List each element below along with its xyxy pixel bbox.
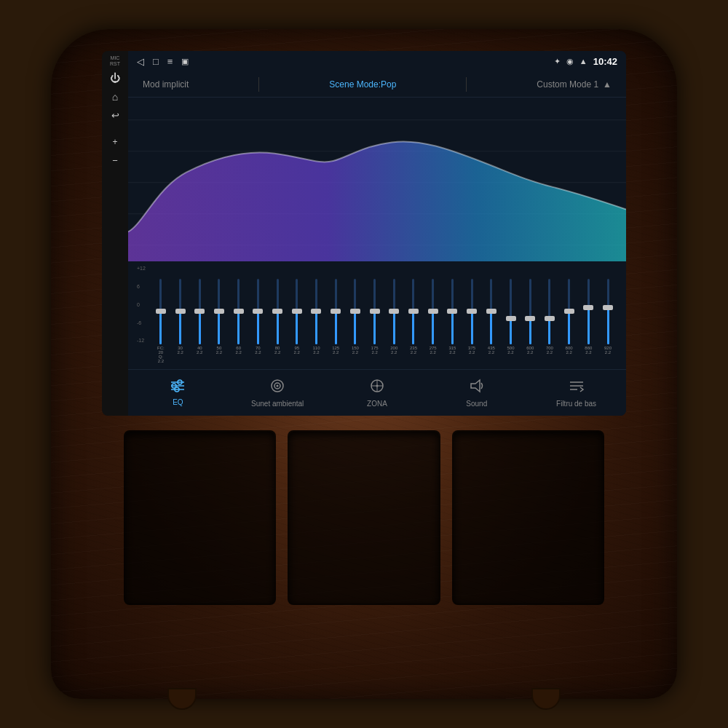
slider-track-275[interactable] xyxy=(432,279,434,344)
slider-col-235[interactable] xyxy=(404,279,423,344)
slider-track-800[interactable] xyxy=(568,279,570,344)
slider-track-435[interactable] xyxy=(490,279,492,344)
slider-thumb-30[interactable] xyxy=(175,309,186,314)
slider-track-40[interactable] xyxy=(199,279,201,344)
slider-col-920[interactable] xyxy=(598,279,617,344)
slider-col-435[interactable] xyxy=(482,279,501,344)
slider-track-315[interactable] xyxy=(451,279,454,344)
slider-col-800[interactable] xyxy=(560,279,579,344)
slider-track-175[interactable] xyxy=(373,279,376,344)
slider-track-50[interactable] xyxy=(218,279,220,344)
slider-track-30[interactable] xyxy=(179,279,181,344)
slider-track-235[interactable] xyxy=(412,279,414,344)
slider-col-80[interactable] xyxy=(268,279,287,344)
slider-col-200[interactable] xyxy=(384,279,403,344)
tab-sunet[interactable]: Sunet ambiental xyxy=(228,370,328,416)
slider-thumb-95[interactable] xyxy=(292,309,302,314)
slider-col-70[interactable] xyxy=(249,279,268,344)
bookmark-nav-icon[interactable]: ▣ xyxy=(181,57,189,66)
tab-sound[interactable]: Sound xyxy=(427,370,526,416)
slider-track-80[interactable] xyxy=(277,279,279,344)
mode-scene[interactable]: Scene Mode:Pop xyxy=(329,79,396,90)
slider-col-50[interactable] xyxy=(210,279,229,344)
slider-thumb-20[interactable] xyxy=(156,309,166,314)
slider-track-920[interactable] xyxy=(607,279,609,344)
slider-thumb-150[interactable] xyxy=(350,309,360,314)
slider-col-60[interactable] xyxy=(229,279,248,344)
slider-track-600[interactable] xyxy=(529,279,531,344)
car-frame: MICRST ⏻ ⌂ ↩ + − ◁ □ ≡ ▣ ✦ ◉ ▲ xyxy=(51,29,677,699)
eq-sliders-area: +12 6 0 -6 -12 FC:20Q:2.2302.2402.2502.2… xyxy=(128,261,626,369)
location-icon: ◉ xyxy=(566,57,574,66)
slider-track-60[interactable] xyxy=(237,279,240,344)
mode-custom[interactable]: Custom Mode 1 ▲ xyxy=(537,79,612,90)
q-val-275: 2.2 xyxy=(430,350,436,355)
slider-track-500[interactable] xyxy=(510,279,512,344)
slider-thumb-600[interactable] xyxy=(525,316,535,321)
slider-thumb-500[interactable] xyxy=(506,316,516,321)
mode-implicit[interactable]: Mod implicit xyxy=(143,79,189,90)
slider-track-150[interactable] xyxy=(354,279,356,344)
slider-thumb-920[interactable] xyxy=(603,305,613,310)
slider-col-125[interactable] xyxy=(326,279,345,344)
slider-thumb-315[interactable] xyxy=(447,309,457,314)
bottom-hole-left xyxy=(124,430,276,605)
nav-icons: ◁ □ ≡ ▣ xyxy=(137,56,189,67)
slider-thumb-700[interactable] xyxy=(545,316,555,321)
freq-labels-row: FC:20Q:2.2302.2402.2502.2602.2702.2802.2… xyxy=(137,346,617,363)
status-bar: ◁ □ ≡ ▣ ✦ ◉ ▲ 10:42 xyxy=(128,51,626,71)
slider-thumb-200[interactable] xyxy=(389,309,399,314)
slider-col-40[interactable] xyxy=(190,279,209,344)
slider-col-275[interactable] xyxy=(424,279,443,344)
square-nav-icon[interactable]: □ xyxy=(153,56,159,67)
tab-zona[interactable]: ZONA xyxy=(328,370,427,416)
slider-thumb-40[interactable] xyxy=(194,309,205,314)
slider-track-125[interactable] xyxy=(335,279,337,344)
slider-col-860[interactable] xyxy=(579,279,598,344)
slider-thumb-125[interactable] xyxy=(331,309,341,314)
back-nav-icon[interactable]: ◁ xyxy=(137,56,144,67)
slider-track-200[interactable] xyxy=(393,279,395,344)
home-button[interactable]: ⌂ xyxy=(105,88,125,106)
menu-nav-icon[interactable]: ≡ xyxy=(167,56,173,67)
slider-col-315[interactable] xyxy=(443,279,462,344)
slider-track-860[interactable] xyxy=(587,279,590,344)
slider-thumb-375[interactable] xyxy=(467,309,477,314)
back-button[interactable]: ↩ xyxy=(105,107,125,124)
slider-col-20[interactable] xyxy=(151,279,170,344)
vol-down-button[interactable]: − xyxy=(105,152,125,170)
slider-col-110[interactable] xyxy=(307,279,326,344)
slider-thumb-800[interactable] xyxy=(564,309,574,314)
slider-col-700[interactable] xyxy=(540,279,559,344)
slider-col-375[interactable] xyxy=(462,279,481,344)
slider-thumb-50[interactable] xyxy=(214,309,224,314)
freq-label-col-40: 402.2 xyxy=(190,346,209,363)
slider-col-600[interactable] xyxy=(521,279,539,344)
slider-track-70[interactable] xyxy=(257,279,259,344)
slider-thumb-435[interactable] xyxy=(486,309,496,314)
slider-thumb-175[interactable] xyxy=(370,309,380,314)
tab-eq[interactable]: EQ xyxy=(128,370,228,416)
slider-col-150[interactable] xyxy=(346,279,365,344)
slider-thumb-80[interactable] xyxy=(272,309,282,314)
slider-thumb-70[interactable] xyxy=(253,309,263,314)
slider-col-175[interactable] xyxy=(365,279,384,344)
slider-track-375[interactable] xyxy=(471,279,473,344)
slider-thumb-275[interactable] xyxy=(428,309,438,314)
slider-col-95[interactable] xyxy=(288,279,306,344)
power-button[interactable]: ⏻ xyxy=(105,69,125,87)
q-val-70: 2.2 xyxy=(255,350,261,355)
slider-thumb-235[interactable] xyxy=(408,309,419,314)
tab-filtru[interactable]: Filtru de bas xyxy=(526,370,626,416)
bottom-hole-center xyxy=(288,430,440,605)
vol-up-button[interactable]: + xyxy=(105,133,125,151)
slider-col-500[interactable] xyxy=(502,279,521,344)
slider-track-95[interactable] xyxy=(296,279,298,344)
slider-track-110[interactable] xyxy=(315,279,317,344)
slider-thumb-860[interactable] xyxy=(583,305,593,310)
slider-col-30[interactable] xyxy=(171,279,190,344)
slider-track-700[interactable] xyxy=(548,279,550,344)
slider-track-20[interactable] xyxy=(159,279,162,344)
slider-thumb-110[interactable] xyxy=(311,309,321,314)
slider-thumb-60[interactable] xyxy=(234,309,244,314)
